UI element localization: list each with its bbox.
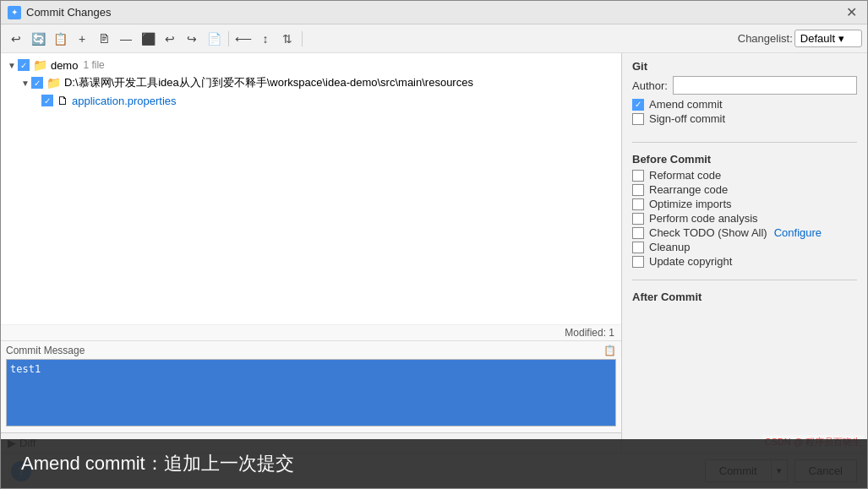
toolbar-btn-refresh[interactable]: ↩ [6, 29, 26, 49]
git-section: Git Author: ✓ Amend commit Sign-off comm… [632, 60, 857, 127]
amend-commit-row: ✓ Amend commit [632, 98, 857, 111]
folder-icon-demo: 📁 [33, 58, 47, 72]
title-bar: ✦ Commit Changes ✕ [1, 1, 867, 24]
tree-row-file[interactable]: ✓ 🗋 application.properties [1, 92, 621, 109]
right-panel: Git Author: ✓ Amend commit Sign-off comm… [622, 53, 867, 453]
cleanup-row: Cleanup [632, 241, 857, 253]
toolbar-btn-copy[interactable]: 📋 [50, 29, 70, 49]
signoff-commit-row: Sign-off commit [632, 112, 857, 125]
cleanup-label: Cleanup [649, 241, 690, 253]
toolbar-btn-add[interactable]: + [72, 29, 92, 49]
author-input[interactable] [673, 76, 857, 95]
optimize-checkbox[interactable] [632, 198, 644, 210]
tree-arrow-demo: ▼ [8, 61, 16, 70]
file-icon: 🗋 [57, 94, 68, 107]
toolbar-btn-square[interactable]: ⬛ [138, 29, 158, 49]
rearrange-label: Rearrange code [649, 183, 728, 196]
close-button[interactable]: ✕ [843, 4, 860, 20]
analyze-row: Perform code analysis [632, 212, 857, 225]
commit-message-input[interactable] [6, 359, 616, 427]
copy-icon[interactable]: 📋 [603, 345, 616, 356]
toolbar-sep-2 [302, 31, 303, 46]
toolbar-btn-file[interactable]: 🖹 [94, 29, 114, 49]
divider-1 [632, 142, 857, 143]
author-label: Author: [632, 79, 668, 92]
analyze-checkbox[interactable] [632, 213, 644, 225]
toolbar-btn-reload[interactable]: 🔄 [28, 29, 48, 49]
toolbar-btn-sort[interactable]: ↕ [255, 29, 276, 49]
after-commit-title: After Commit [632, 291, 857, 303]
toolbar-btn-doc[interactable]: 📄 [204, 29, 224, 49]
cleanup-checkbox[interactable] [632, 242, 644, 253]
tree-label-file: application.properties [72, 95, 177, 107]
toolbar-btn-left[interactable]: ⟵ [233, 29, 254, 49]
optimize-row: Optimize imports [632, 198, 857, 210]
todo-row: Check TODO (Show All) Configure [632, 226, 857, 239]
file-tree: ▼ ✓ 📁 demo 1 file ▼ ✓ 📁 D:\慕课网\开发工具idea从… [1, 53, 621, 324]
tree-arrow-path: ▼ [21, 79, 30, 88]
tooltip-text: Amend commit：追加上一次提交 [21, 453, 294, 474]
left-panel: ▼ ✓ 📁 demo 1 file ▼ ✓ 📁 D:\慕课网\开发工具idea从… [1, 53, 622, 453]
tree-check-path[interactable]: ✓ [31, 77, 43, 89]
git-title: Git [632, 60, 857, 73]
changelist-dropdown-arrow: ▾ [838, 32, 844, 45]
toolbar-btn-undo[interactable]: ↩ [160, 29, 180, 49]
tree-row-path[interactable]: ▼ ✓ 📁 D:\慕课网\开发工具idea从入门到爱不释手\workspace\… [1, 73, 621, 92]
tree-label-path: D:\慕课网\开发工具idea从入门到爱不释手\workspace\idea-d… [64, 75, 473, 90]
changelist-label: Changelist: [738, 32, 793, 45]
reformat-label: Reformat code [649, 169, 721, 182]
todo-checkbox[interactable] [632, 227, 644, 239]
commit-changes-dialog: ✦ Commit Changes ✕ ↩ 🔄 📋 + 🖹 — ⬛ ↩ ↪ 📄 ⟵… [0, 0, 868, 489]
toolbar: ↩ 🔄 📋 + 🖹 — ⬛ ↩ ↪ 📄 ⟵ ↕ ⇅ Changelist: De… [1, 24, 867, 53]
changelist-dropdown[interactable]: Default ▾ [794, 30, 862, 47]
amend-commit-label: Amend commit [649, 98, 723, 111]
rearrange-row: Rearrange code [632, 183, 857, 196]
divider-2 [632, 280, 857, 280]
analyze-label: Perform code analysis [649, 212, 758, 225]
reformat-checkbox[interactable] [632, 170, 644, 182]
main-content: ▼ ✓ 📁 demo 1 file ▼ ✓ 📁 D:\慕课网\开发工具idea从… [1, 53, 867, 453]
amend-commit-checkbox[interactable]: ✓ [632, 99, 644, 111]
optimize-label: Optimize imports [649, 198, 732, 210]
tree-check-demo[interactable]: ✓ [18, 59, 30, 71]
signoff-label: Sign-off commit [649, 112, 725, 125]
copyright-checkbox[interactable] [632, 256, 644, 268]
rearrange-checkbox[interactable] [632, 184, 644, 196]
tree-row-demo[interactable]: ▼ ✓ 📁 demo 1 file [1, 57, 621, 73]
copyright-label: Update copyright [649, 255, 732, 268]
todo-label: Check TODO (Show All) [649, 226, 767, 239]
author-row: Author: [632, 76, 857, 95]
toolbar-btn-redo[interactable]: ↪ [182, 29, 202, 49]
modified-label: Modified: 1 [1, 324, 621, 340]
window-icon: ✦ [8, 6, 21, 19]
signoff-checkbox[interactable] [632, 113, 644, 125]
window-title: Commit Changes [26, 6, 843, 19]
tree-label-demo: demo [51, 59, 79, 72]
before-commit-section: Before Commit Reformat code Rearrange co… [632, 153, 857, 269]
commit-message-header: Commit Message 📋 [6, 345, 616, 356]
before-commit-title: Before Commit [632, 153, 857, 166]
tooltip-overlay: Amend commit：追加上一次提交 [1, 439, 867, 488]
toolbar-sep-1 [228, 31, 229, 46]
configure-link[interactable]: Configure [774, 226, 822, 239]
commit-message-section: Commit Message 📋 [1, 340, 621, 432]
toolbar-btn-minus[interactable]: — [116, 29, 136, 49]
changelist-value: Default [800, 32, 835, 45]
reformat-row: Reformat code [632, 169, 857, 182]
folder-icon-path: 📁 [46, 76, 61, 90]
commit-message-label-text: Commit Message [6, 345, 85, 356]
tree-check-file[interactable]: ✓ [41, 95, 53, 106]
copyright-row: Update copyright [632, 255, 857, 268]
tree-badge-demo: 1 file [83, 59, 104, 71]
after-commit-section: After Commit [632, 291, 857, 307]
toolbar-btn-arrows[interactable]: ⇅ [277, 29, 298, 49]
